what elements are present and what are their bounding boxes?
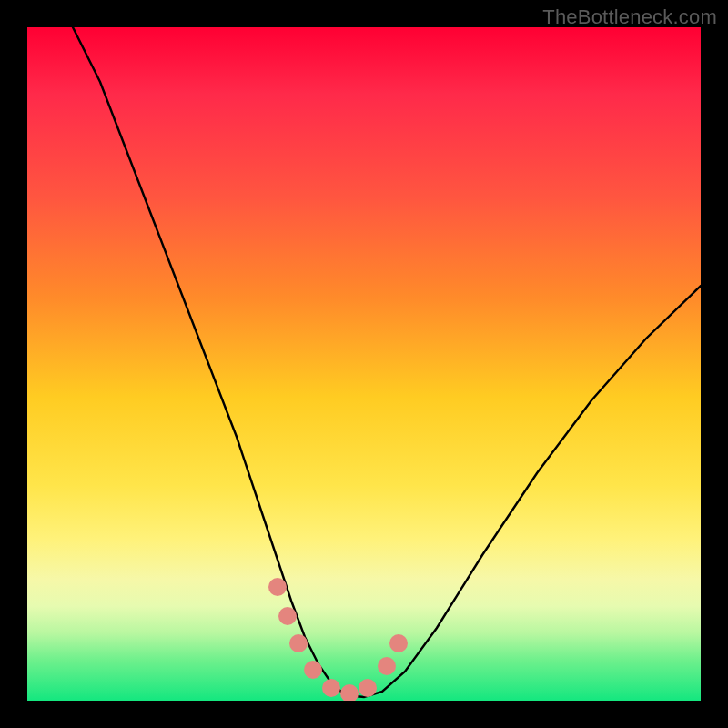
dip-dot — [304, 661, 322, 679]
watermark-text: TheBottleneck.com — [542, 5, 717, 29]
dip-dot — [278, 607, 297, 625]
dip-dot — [378, 657, 396, 675]
dip-dot — [389, 634, 408, 652]
bottleneck-curve — [73, 27, 701, 697]
dip-dot — [340, 684, 359, 701]
chart-frame: TheBottleneck.com — [0, 0, 728, 728]
dip-dot — [359, 679, 377, 697]
chart-svg — [27, 27, 701, 701]
dip-dot — [322, 679, 340, 697]
plot-area — [27, 27, 701, 701]
dip-dot — [268, 578, 287, 596]
dip-dot — [289, 634, 308, 652]
